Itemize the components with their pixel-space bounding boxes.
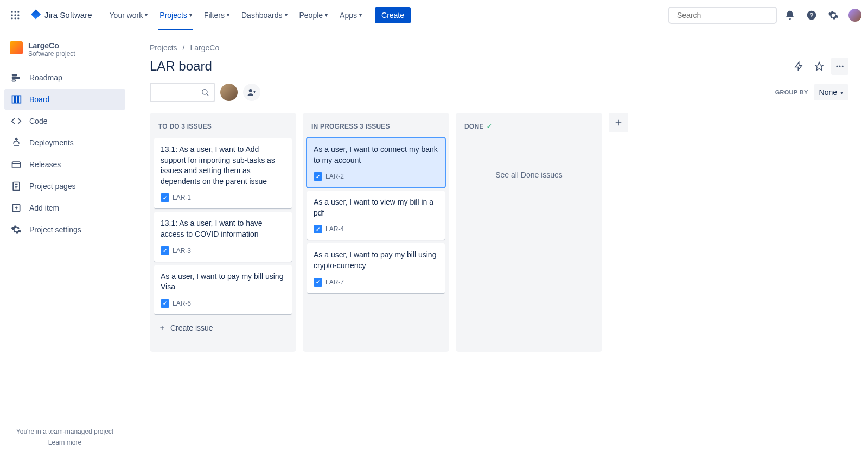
svg-rect-18 [18,96,21,103]
roadmap-icon [11,72,22,83]
sidebar-item-deploy[interactable]: Deployments [4,132,125,153]
nav-people[interactable]: People▾ [294,8,334,23]
notifications-icon[interactable] [781,7,799,24]
chevron-down-icon: ▾ [285,12,288,18]
add-column-button[interactable] [609,113,628,132]
check-icon: ✓ [487,123,492,130]
app-switcher-icon[interactable] [7,7,24,24]
sidebar-item-add[interactable]: Add item [4,198,125,218]
global-search[interactable] [668,7,777,24]
nav-your-work[interactable]: Your work▾ [104,8,154,23]
issue-card[interactable]: As a user, I want to pay my bill using c… [307,243,445,293]
sidebar: LargeCo Software project RoadmapBoardCod… [0,30,130,456]
issue-card[interactable]: 13.1: As a user, I want to have access t… [154,212,292,261]
star-icon[interactable] [810,58,828,75]
chevron-down-icon: ▾ [325,12,328,18]
svg-marker-28 [815,62,824,71]
logo-text: Jira Software [44,10,92,20]
svg-rect-15 [12,80,16,81]
chevron-down-icon: ▾ [145,12,148,18]
svg-point-31 [842,66,844,67]
svg-point-32 [202,90,207,94]
nav-apps[interactable]: Apps▾ [334,8,367,23]
sidebar-footer: You're in a team-managed project Learn m… [4,422,125,452]
jira-logo[interactable]: Jira Software [26,9,95,22]
svg-rect-16 [12,96,15,103]
card-title: 13.1: As a user, I want to have access t… [161,218,285,239]
sidebar-item-label: Roadmap [29,73,62,82]
issue-card[interactable]: As a user, I want to view my bill in a p… [307,191,445,240]
sidebar-item-settings[interactable]: Project settings [4,219,125,240]
learn-more-link[interactable]: Learn more [10,439,120,446]
column-header: DONE✓ [460,117,598,138]
column-header: IN PROGRESS 3 ISSUES [307,117,445,138]
task-icon: ✓ [161,246,169,255]
sidebar-item-code[interactable]: Code [4,111,125,131]
svg-point-4 [14,14,16,16]
chevron-down-icon: ▾ [227,12,229,18]
help-icon[interactable]: ? [803,7,820,24]
search-icon [201,88,209,97]
svg-point-29 [836,66,838,67]
svg-rect-13 [12,74,17,76]
search-input[interactable] [677,11,772,20]
see-all-done-link[interactable]: See all Done issues [460,138,598,212]
chevron-down-icon: ▾ [840,90,843,96]
more-icon[interactable] [831,58,848,75]
board-column: DONE✓See all Done issues [456,113,602,352]
sidebar-item-label: Project pages [29,182,76,191]
svg-point-0 [11,11,13,12]
sidebar-item-board[interactable]: Board [4,89,125,110]
breadcrumb-project[interactable]: LargeCo [190,43,219,52]
nav-items: Your work▾ Projects▾ Filters▾ Dashboards… [104,8,367,23]
svg-point-5 [17,14,19,16]
sidebar-item-releases[interactable]: Releases [4,154,125,175]
svg-point-34 [249,89,252,92]
plus-icon: ＋ [158,323,166,333]
project-header[interactable]: LargeCo Software project [4,41,125,67]
sidebar-item-label: Add item [29,204,59,212]
create-button[interactable]: Create [375,7,411,23]
group-by-select[interactable]: None ▾ [814,84,848,100]
main-content: Projects / LargeCo LAR board [130,30,868,456]
settings-icon [11,224,22,235]
user-avatar[interactable] [848,9,861,22]
nav-dashboards[interactable]: Dashboards▾ [236,8,293,23]
svg-point-6 [11,17,13,19]
top-nav: Jira Software Your work▾ Projects▾ Filte… [0,0,868,30]
board-column: TO DO 3 ISSUES13.1: As a user, I want to… [150,113,296,352]
page-title: LAR board [150,59,212,74]
automation-icon[interactable] [790,58,807,75]
nav-projects[interactable]: Projects▾ [154,8,197,23]
add-member-button[interactable] [243,84,260,101]
nav-filters[interactable]: Filters▾ [199,8,235,23]
create-issue-button[interactable]: ＋Create issue [154,318,292,338]
sidebar-item-pages[interactable]: Project pages [4,176,125,197]
issue-key: LAR-2 [326,173,344,180]
card-title: 13.1: As a user, I want to Add support f… [161,144,285,187]
project-icon [10,41,23,54]
sidebar-item-label: Project settings [29,225,81,234]
issue-key: LAR-1 [173,194,191,201]
card-title: As a user, I want to view my bill in a p… [314,197,438,218]
board-search[interactable] [150,83,215,102]
member-avatar[interactable] [220,84,238,101]
settings-icon[interactable] [825,7,842,24]
project-name: LargeCo [28,41,75,50]
chevron-down-icon: ▾ [359,12,362,18]
deploy-icon [11,137,22,148]
sidebar-item-roadmap[interactable]: Roadmap [4,67,125,88]
issue-card[interactable]: 13.1: As a user, I want to Add support f… [154,138,292,208]
task-icon: ✓ [314,172,322,181]
card-title: As a user, I want to pay my bill using V… [161,271,285,293]
task-icon: ✓ [314,278,322,287]
task-icon: ✓ [161,193,169,202]
breadcrumb: Projects / LargeCo [150,43,848,52]
issue-card[interactable]: As a user, I want to pay my bill using V… [154,265,292,314]
task-icon: ✓ [161,299,169,308]
issue-key: LAR-4 [326,225,344,233]
sidebar-item-label: Releases [29,160,61,169]
issue-key: LAR-6 [173,300,191,307]
breadcrumb-projects[interactable]: Projects [150,43,177,52]
issue-card[interactable]: As a user, I want to connect my bank to … [307,138,445,187]
